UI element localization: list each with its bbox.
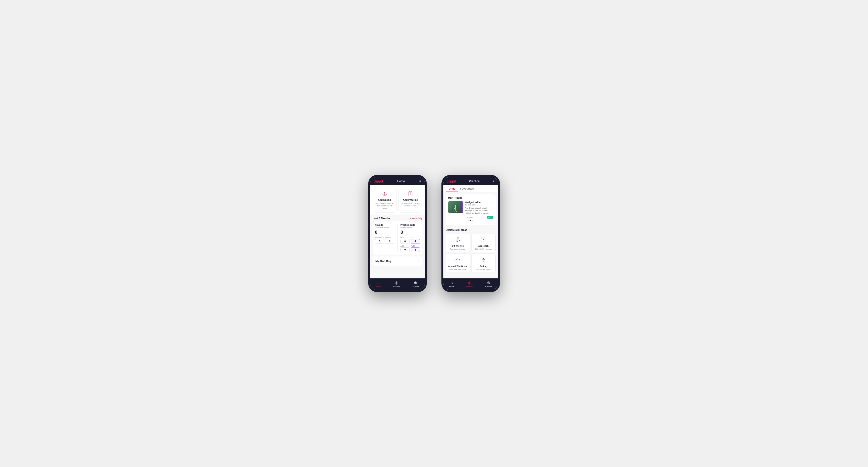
nav-activities[interactable]: ◎ Activities <box>393 280 400 288</box>
activities-nav-label: Activities <box>393 285 400 288</box>
home-nav-label-2: Home <box>449 285 454 288</box>
drill-thumbnail <box>448 201 463 213</box>
home-nav-icon: ⌂ <box>377 281 380 285</box>
ott-value: 0 <box>400 239 410 244</box>
skill-grid: Off The Tee Power and accuracy <box>446 233 496 272</box>
drill-name: Wedge Ladder <box>465 201 482 204</box>
app-stat: APP 4 <box>411 237 420 244</box>
capture-nav-icon-2: ⊕ <box>487 280 490 285</box>
tab-favourites[interactable]: Favourites <box>458 185 476 192</box>
drill-card[interactable]: Wedge Ladder ☆ 50–100 yds Play 1 shot at… <box>448 201 493 219</box>
home-menu-icon[interactable]: ≡ <box>419 179 421 183</box>
putt-value: 4 <box>411 247 420 252</box>
nav-home-2[interactable]: ⌂ Home <box>449 281 454 288</box>
practice-menu-icon[interactable]: ≡ <box>492 179 494 183</box>
svg-point-20 <box>459 240 460 241</box>
tee-name: Off The Tee <box>452 245 464 247</box>
add-round-card[interactable]: Add Round Record your shots in fast or e… <box>373 188 397 213</box>
skill-approach[interactable]: Approach Dial-in to hit the green <box>471 233 496 252</box>
atg-icon-area <box>453 256 463 264</box>
tab-drills[interactable]: Drills <box>446 185 458 192</box>
practice-label: Practice <box>385 237 394 239</box>
arg-stat: ARG 0 <box>400 245 410 252</box>
skill-around-the-green[interactable]: Around The Green Hone your short game <box>446 253 470 272</box>
tee-icon-area <box>453 236 463 244</box>
dot-1 <box>468 220 469 221</box>
explore-title: Explore skill areas <box>446 229 496 231</box>
shots-count: 9 shots <box>467 216 473 218</box>
home-nav-label: Home <box>376 285 381 288</box>
putting-icon-area <box>478 256 488 264</box>
arg-label: ARG <box>400 245 410 247</box>
app-label: APP <box>411 237 420 239</box>
svg-point-28 <box>457 258 458 259</box>
star-icon[interactable]: ☆ <box>491 201 493 204</box>
view-activity-link[interactable]: View Activity <box>410 217 423 220</box>
drill-info: Wedge Ladder ☆ 50–100 yds Play 1 shot at… <box>465 201 493 219</box>
my-golf-bag[interactable]: My Golf Bag › <box>373 256 423 266</box>
activities-nav-label-2: Activities <box>466 285 474 288</box>
capture-nav-icon: ⊕ <box>414 280 417 285</box>
drills-capture-label: Drills Capture <box>400 227 420 229</box>
putting-name: Putting <box>480 265 487 268</box>
drills-title: Practice Drills <box>400 224 420 226</box>
nav-capture[interactable]: ⊕ Capture <box>412 280 419 288</box>
drill-shots: ○ 9 shots <box>465 216 473 218</box>
nav-capture-2[interactable]: ⊕ Capture <box>485 280 492 288</box>
skill-putting[interactable]: Putting Make and lag practice <box>471 253 496 272</box>
tournament-label: Tournament <box>375 237 384 239</box>
stats-divider <box>397 224 398 252</box>
svg-marker-2 <box>384 192 385 193</box>
drill-yardage: 50–100 yds <box>465 204 493 206</box>
capture-nav-label: Capture <box>412 285 419 288</box>
most-popular-section: Most Popular <box>446 194 496 225</box>
putting-desc: Make and lag practice <box>475 269 492 270</box>
app-value: 4 <box>411 239 420 244</box>
practice-logo: clippd <box>447 179 456 183</box>
dot-2 <box>470 220 471 221</box>
skill-off-the-tee[interactable]: Off The Tee Power and accuracy <box>446 233 470 252</box>
svg-point-25 <box>481 238 482 238</box>
add-practice-card[interactable]: Add Practice Capture your practice off-t… <box>399 188 423 213</box>
rounds-mini-stats: Tournament 0 Practice 0 <box>375 237 395 244</box>
svg-point-19 <box>457 241 458 242</box>
add-round-icon <box>382 191 388 198</box>
add-practice-desc: Capture your practice off-the-course <box>401 202 420 208</box>
putt-stat: PUTT 4 <box>411 245 420 252</box>
activities-nav-icon-2: ◎ <box>468 280 471 285</box>
tournament-stat: Tournament 0 <box>375 237 384 244</box>
add-round-desc: Record your shots in fast or enhanced mo… <box>375 202 394 210</box>
activities-nav-icon: ◎ <box>395 280 398 285</box>
svg-point-18 <box>456 241 457 242</box>
phones-container: clippd Home ≡ <box>368 175 500 292</box>
home-header: clippd Home ≡ <box>370 177 425 185</box>
approach-name: Approach <box>478 245 489 247</box>
putt-label: PUTT <box>411 245 420 247</box>
drills-mini-stats: OTT 0 APP 4 <box>400 237 420 244</box>
tournament-value: 0 <box>375 239 384 244</box>
add-practice-title: Add Practice <box>403 198 418 201</box>
ott-label: OTT <box>400 237 410 239</box>
rounds-capture-label: Rounds Capture <box>375 227 395 229</box>
svg-point-33 <box>482 259 483 260</box>
practice-tabs: Drills Favourites <box>443 185 498 192</box>
nav-activities-2[interactable]: ◎ Activities <box>466 280 474 288</box>
svg-line-12 <box>456 210 457 212</box>
drill-footer: ○ 9 shots APP <box>465 216 493 219</box>
most-popular-label: Most Popular <box>448 197 493 199</box>
shots-icon: ○ <box>465 216 466 218</box>
purple-accent-line <box>462 201 463 213</box>
home-nav-icon-2: ⌂ <box>451 281 453 285</box>
approach-icon-area <box>478 236 488 244</box>
home-content: Add Round Record your shots in fast or e… <box>370 185 425 278</box>
ott-stat: OTT 0 <box>400 237 410 244</box>
svg-line-10 <box>454 208 456 209</box>
nav-home[interactable]: ⌂ Home <box>376 281 381 288</box>
svg-point-8 <box>455 205 456 207</box>
rounds-capture-value: 0 <box>375 230 395 235</box>
action-cards: Add Round Record your shots in fast or e… <box>370 185 425 215</box>
app-badge: APP <box>487 216 493 219</box>
add-round-title: Add Round <box>378 198 391 201</box>
drill-description: Play 1 shot at each target yardage. If y… <box>465 207 493 215</box>
phone-practice: clippd Practice ≡ Drills Favourites Most… <box>441 175 500 292</box>
